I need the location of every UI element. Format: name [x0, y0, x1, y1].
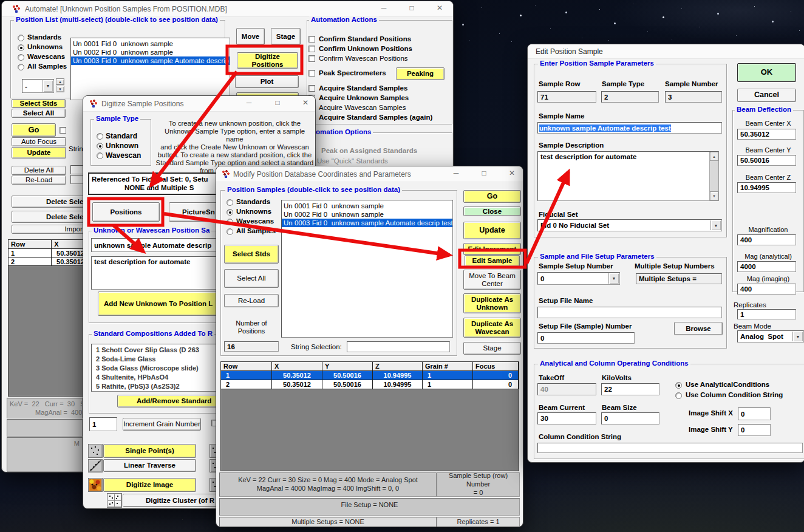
chevron-down-icon[interactable]: ▼: [710, 220, 721, 230]
stage-button[interactable]: Stage: [463, 342, 521, 355]
chevron-down-icon[interactable]: ▼: [792, 332, 803, 341]
close-button[interactable]: Close: [463, 206, 521, 216]
close-icon[interactable]: ✕: [299, 98, 312, 107]
standard-item[interactable]: 4 Shultenite, HPbAsO4: [94, 373, 218, 382]
mag-analytical-value[interactable]: 4000: [737, 261, 796, 272]
standard-item[interactable]: 5 Rathite, (PbS)3 (As2S3)2: [94, 382, 218, 391]
standard-item[interactable]: 2 Soda-Lime Glass: [94, 355, 218, 364]
stage-button[interactable]: Stage: [271, 28, 301, 45]
beam-mode-select[interactable]: Analog Spot ▼: [737, 330, 804, 343]
radio-standard[interactable]: [97, 133, 103, 140]
digitize-image-icon[interactable]: [88, 478, 103, 492]
digitize-cluster-icon[interactable]: [107, 493, 122, 508]
linear-traverse-icon[interactable]: [88, 459, 103, 472]
list-item[interactable]: Un 0002 Fid 0 unknown sample: [282, 210, 452, 219]
scrollbar[interactable]: ▲ ▼: [709, 152, 718, 200]
string-selection-input[interactable]: [347, 341, 450, 352]
linear-traverse-button[interactable]: Linear Traverse: [103, 459, 196, 472]
radio-standards[interactable]: [18, 35, 24, 41]
minimize-icon[interactable]: ─: [377, 4, 390, 12]
digitize-positions-button[interactable]: Digitize Positions: [237, 52, 298, 69]
move-to-beam-center-button[interactable]: Move To Beam Center: [463, 270, 521, 290]
radio-all-samples[interactable]: [18, 64, 24, 70]
select-all-button[interactable]: Select All: [224, 269, 279, 288]
radio-standards[interactable]: [227, 199, 233, 206]
ok-button[interactable]: OK: [737, 63, 796, 82]
table-cell[interactable]: 2: [9, 257, 52, 266]
duplicate-as-wavescan-button[interactable]: Duplicate As Wavescan: [463, 318, 521, 338]
peak-spectrometers-checkbox[interactable]: [308, 70, 315, 77]
maximize-icon[interactable]: □: [477, 169, 491, 177]
beam-center-x-value[interactable]: 50.35012: [737, 129, 796, 140]
setup-file-number-input[interactable]: 0: [537, 332, 635, 344]
select-stds-button[interactable]: Select Stds: [224, 245, 279, 264]
table-cell[interactable]: 1: [9, 249, 52, 257]
move-button[interactable]: Move: [236, 28, 265, 45]
beam-size-input[interactable]: 0: [601, 412, 659, 425]
delete-all-button[interactable]: Delete All: [12, 166, 66, 175]
update-button[interactable]: Update: [463, 222, 521, 239]
confirm-wavescan-checkbox[interactable]: [308, 55, 315, 62]
plot-button[interactable]: Plot: [235, 75, 299, 88]
grain-number-input[interactable]: 1: [89, 417, 117, 431]
digitize-cluster-button[interactable]: Digitize Cluster (of R: [123, 494, 220, 507]
radio-wavescans[interactable]: [227, 219, 233, 225]
standard-item[interactable]: 1 Schott Cover Slip Glass (D 263: [94, 346, 218, 355]
chevron-down-icon[interactable]: ▼: [43, 80, 53, 92]
radio-wavescan[interactable]: [97, 152, 103, 159]
single-points-button[interactable]: Single Point(s): [103, 444, 196, 458]
spinner-up-icon[interactable]: ▲: [56, 78, 64, 85]
setup-file-name-input[interactable]: [537, 307, 722, 318]
radio-unknowns[interactable]: [227, 209, 233, 216]
coordinates-table[interactable]: Row X Y Z Grain # Focus 1 50.35012 50.50…: [220, 361, 519, 471]
use-analytical-radio[interactable]: [675, 382, 682, 389]
maximize-icon[interactable]: □: [271, 98, 284, 107]
chevron-down-icon[interactable]: ▼: [608, 273, 619, 284]
standards-listbox[interactable]: 1 Schott Cover Slip Glass (D 263 2 Soda-…: [91, 344, 219, 392]
digitize-image-button[interactable]: Digitize Image: [103, 478, 196, 492]
edit-increment-button[interactable]: Edit Increment: [463, 243, 521, 255]
close-icon[interactable]: ✕: [433, 4, 446, 12]
standard-item[interactable]: 3 Soda Glass (Microscope slide): [94, 364, 218, 373]
confirm-unknown-checkbox[interactable]: [308, 46, 315, 52]
sample-setup-number-select[interactable]: 0 ▼: [537, 272, 620, 285]
single-points-icon[interactable]: [88, 444, 103, 458]
sample-name-input[interactable]: unknown sample Automate descrip: [91, 238, 222, 252]
go-checkbox[interactable]: [60, 127, 66, 134]
table-row[interactable]: 2 50.35012 50.50016 10.94995 1 0: [221, 380, 519, 389]
fiducial-set-select[interactable]: Fid 0 No Fiducial Set ▼: [537, 219, 722, 231]
beam-center-z-value[interactable]: 10.94995: [737, 182, 796, 193]
image-shift-x-input[interactable]: 0: [738, 408, 771, 420]
cancel-button[interactable]: Cancel: [737, 89, 796, 102]
reload-button[interactable]: Re-Load: [12, 176, 66, 185]
list-item[interactable]: Un 0001 Fid 0 unknown sample: [71, 39, 230, 48]
confirm-standard-checkbox[interactable]: [308, 36, 315, 43]
kilovolts-input[interactable]: 22: [601, 383, 659, 395]
radio-unknown[interactable]: [97, 143, 103, 149]
position-listbox[interactable]: Un 0001 Fid 0 unknown sample Un 0002 Fid…: [70, 38, 230, 100]
duplicate-as-unknown-button[interactable]: Duplicate As Unknown: [463, 293, 521, 313]
auto-focus-button[interactable]: Auto Focus: [12, 137, 66, 146]
select-stds-button[interactable]: Select Stds: [12, 99, 66, 108]
beam-current-input[interactable]: 30: [537, 412, 596, 425]
list-item[interactable]: Un 0002 Fid 0 unknown sample: [71, 48, 230, 56]
sample-name-input[interactable]: unknown sample Automate descrip test: [537, 122, 722, 134]
maximize-icon[interactable]: □: [405, 4, 418, 12]
select-all-button[interactable]: Select All: [12, 109, 66, 118]
replicates-value[interactable]: 1: [737, 309, 796, 319]
positions-button[interactable]: Positions: [92, 202, 160, 222]
magnification-value[interactable]: 400: [737, 234, 796, 245]
go-button[interactable]: Go: [463, 190, 521, 203]
list-item-selected[interactable]: Un 0003 Fid 0 unknown sample Automate de…: [282, 219, 452, 227]
reload-button[interactable]: Re-Load: [224, 294, 279, 307]
scroll-up-icon[interactable]: ▲: [710, 152, 718, 161]
sample-description-input[interactable]: test description for automate: [537, 151, 719, 201]
position-samples-listbox[interactable]: Un 0001 Fid 0 unknown sample Un 0002 Fid…: [281, 200, 453, 338]
list-item[interactable]: Un 0001 Fid 0 unknown sample: [282, 202, 452, 210]
edit-sample-button[interactable]: Edit Sample: [465, 255, 520, 267]
minimize-icon[interactable]: ─: [449, 169, 463, 177]
minimize-icon[interactable]: ─: [242, 98, 256, 107]
acquire-standard-checkbox[interactable]: [308, 85, 315, 92]
beam-center-y-value[interactable]: 50.50016: [737, 155, 796, 166]
radio-all-samples[interactable]: [227, 228, 233, 235]
